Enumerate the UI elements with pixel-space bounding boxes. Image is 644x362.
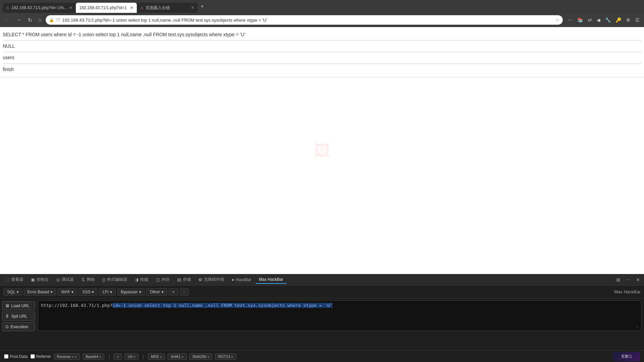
sep-pipe-2: | <box>143 354 144 359</box>
decode-arrow-left: « <box>117 355 119 359</box>
lfi-menu-button[interactable]: LFI ▾ <box>99 288 115 296</box>
devtools-tab-bar: ⬚ 查看器 ▣ 控制台 ◎ 调试器 ⇅ 网络 {} 样式编辑器 ◑ 性能 ◫ 内… <box>0 274 644 286</box>
waf-menu-button[interactable]: WAF ▾ <box>58 288 77 296</box>
split-url-icon: 🎙 <box>5 314 9 319</box>
new-tab-button[interactable]: + <box>198 3 206 9</box>
browser-chrome: ⚠ 192.168.43.71/1.php?id=-1%... ✕ 192.16… <box>0 0 644 27</box>
devtools-tab-accessibility[interactable]: ✿ 无障碍环境 <box>195 275 228 284</box>
tab-title-2: 192.168.43.71/1.php?id=1 <box>79 5 128 10</box>
sql-menu-label: SQL <box>7 290 15 294</box>
tab-close-2[interactable]: ✕ <box>130 5 133 10</box>
devtools-more-button[interactable]: ⋯ <box>624 276 632 284</box>
split-url-button[interactable]: 🎙 Spit URL <box>2 312 35 321</box>
devtools-tab-console[interactable]: ▣ 控制台 <box>27 275 52 284</box>
menu-button[interactable]: ☰ <box>634 16 641 24</box>
xss-menu-label: XSS <box>82 290 90 294</box>
post-data-checkbox[interactable] <box>4 354 8 359</box>
plugin3-button[interactable]: ⚙ <box>624 16 632 24</box>
execution-button[interactable]: ⊙ Execution <box>2 322 35 331</box>
reverse-arrow-left: « <box>75 355 77 359</box>
execution-label: Execution <box>10 324 28 329</box>
network-label: 网络 <box>87 277 95 282</box>
lfi-arrow: ▾ <box>110 290 112 294</box>
devtools-tab-maxhackbar[interactable]: Max HackBar <box>256 276 287 284</box>
error-based-menu-button[interactable]: Error Based ▾ <box>24 288 56 296</box>
url-button[interactable]: Url » <box>125 354 138 360</box>
watermark: 🖼 <box>314 141 330 160</box>
minus-label: - <box>184 290 185 294</box>
reverse-button[interactable]: Reverse » « <box>54 354 80 360</box>
devtools-undock-button[interactable]: ⊞ <box>614 276 622 284</box>
star-icon[interactable]: ☆ <box>556 18 559 22</box>
reload-button[interactable]: ↻ <box>26 16 34 25</box>
nav-bar: ← → ↻ ⌂ 🔒 🛡 ☆ ⋯ 📚 ⇄ ◀ 🔧 🔑 ⚙ ☰ <box>0 13 644 27</box>
devtools-tab-network[interactable]: ⇅ 网络 <box>78 275 98 284</box>
hackbar-body: 🖥 Load URL 🎙 Spit URL ⊙ Execution http:/… <box>0 298 644 350</box>
load-url-button[interactable]: 🖥 Load URL <box>2 301 35 310</box>
address-bar-wrap: 🔒 🛡 ☆ <box>46 15 563 25</box>
sha1-label: SHA1 <box>171 355 180 359</box>
nav-actions: ⋯ 📚 ⇄ ◀ 🔧 🔑 ⚙ ☰ <box>566 16 641 24</box>
waf-menu-label: WAF <box>61 290 70 294</box>
tab-close-1[interactable]: ✕ <box>69 5 72 10</box>
base64-button[interactable]: Base64 » <box>83 354 104 360</box>
plus-menu-button[interactable]: + <box>169 288 178 296</box>
tab-bar: ⚠ 192.168.43.71/1.php?id=-1%... ✕ 192.16… <box>0 0 644 13</box>
plugin2-button[interactable]: 🔑 <box>614 16 623 24</box>
back-button[interactable]: ← <box>3 16 12 24</box>
lock-icon: 🔒 <box>49 18 54 22</box>
corner-widget[interactable]: 宽窗口 <box>613 352 640 361</box>
devtools-tab-inspect[interactable]: ⬚ 查看器 <box>2 275 27 284</box>
plugin1-button[interactable]: 🔧 <box>603 16 613 24</box>
decode-arrow-button[interactable]: « <box>114 354 122 360</box>
tab-title-1: 192.168.43.71/1.php?id=-1%... <box>12 5 67 10</box>
browser-tab-2[interactable]: 192.168.43.71/1.php?id=1 ✕ <box>76 3 137 13</box>
rot13-button[interactable]: ROT13 » <box>215 354 236 360</box>
sha1-arrow: » <box>181 355 184 359</box>
tab-alert-icon-3: ⚠ <box>140 6 144 10</box>
error-based-arrow: ▾ <box>50 290 52 294</box>
main-area: SELECT * FROM users where id = -1 union … <box>0 27 644 274</box>
other-menu-button[interactable]: Other ▾ <box>146 288 167 296</box>
accessibility-icon: ✿ <box>198 277 202 282</box>
page-content: SELECT * FROM users where id = -1 union … <box>0 27 644 77</box>
sql-menu-button[interactable]: SQL ▾ <box>3 288 22 296</box>
devtools-tab-memory[interactable]: ◫ 内存 <box>152 275 173 284</box>
load-url-label: Load URL <box>11 303 29 308</box>
referrer-checkbox[interactable] <box>30 354 35 359</box>
sha256-button[interactable]: SHA256 » <box>189 354 212 360</box>
hackbar-dot-icon: ● <box>232 277 234 282</box>
sync-button[interactable]: ⇄ <box>586 16 594 24</box>
address-input[interactable] <box>62 18 554 23</box>
style-icon: {} <box>102 277 105 282</box>
tab-close-3[interactable]: ✕ <box>191 5 194 10</box>
network-icon: ⇅ <box>81 277 85 282</box>
waf-arrow: ▾ <box>71 290 73 294</box>
devtools-tab-storage[interactable]: ▤ 存储 <box>174 275 194 284</box>
browser-tab-1[interactable]: ⚠ 192.168.43.71/1.php?id=-1%... ✕ <box>3 3 76 13</box>
post-data-checkbox-label[interactable]: Post Data <box>4 354 28 359</box>
bookmarks-button[interactable]: 📚 <box>576 16 585 24</box>
devtools-tab-hackbar[interactable]: ● HackBar <box>228 276 255 284</box>
devtools-tab-perf[interactable]: ◑ 性能 <box>131 275 152 284</box>
md5-arrow: » <box>160 355 162 359</box>
back2-button[interactable]: ◀ <box>595 16 602 24</box>
xss-menu-button[interactable]: XSS ▾ <box>79 288 98 296</box>
bypasser-menu-button[interactable]: Bypasser ▾ <box>117 288 145 296</box>
minus-menu-button[interactable]: - <box>180 288 189 296</box>
sha1-button[interactable]: SHA1 » <box>168 354 187 360</box>
split-url-label: Spit URL <box>11 314 27 319</box>
devtools-tab-debugger[interactable]: ◎ 调试器 <box>53 275 77 284</box>
browser-tab-3[interactable]: ⚠ 页面载入出错 ✕ <box>137 3 198 13</box>
memory-icon: ◫ <box>156 277 160 282</box>
referrer-checkbox-label[interactable]: Referrer <box>30 354 51 359</box>
divider-3 <box>3 64 641 64</box>
extensions-button[interactable]: ⋯ <box>566 16 574 24</box>
referrer-label: Referrer <box>36 354 51 359</box>
md5-button[interactable]: MD5 » <box>148 354 165 360</box>
divider-1 <box>3 40 641 41</box>
forward-button[interactable]: → <box>14 16 24 24</box>
devtools-close-button[interactable]: ✕ <box>634 276 642 284</box>
home-button[interactable]: ⌂ <box>36 16 44 24</box>
devtools-tab-style[interactable]: {} 样式编辑器 <box>99 275 131 284</box>
